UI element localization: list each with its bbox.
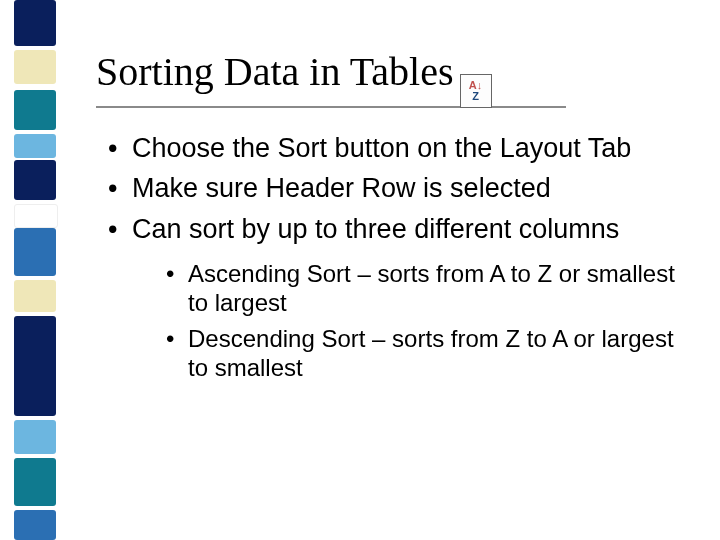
bullet-text: Can sort by up to three different column…: [132, 214, 619, 244]
left-decorative-bars: [14, 0, 56, 540]
bullet-list-level2: Ascending Sort – sorts from A to Z or sm…: [132, 259, 680, 382]
list-item: Make sure Header Row is selected: [104, 172, 680, 204]
bullet-text: Choose the Sort button on the Layout Tab: [132, 133, 631, 163]
deco-bar: [14, 90, 56, 130]
deco-bar: [14, 204, 58, 228]
list-item: Can sort by up to three different column…: [104, 213, 680, 382]
title-underline: [96, 106, 566, 108]
deco-bar: [14, 316, 56, 416]
sort-icon: A↓ Z: [460, 74, 492, 108]
deco-bar: [14, 160, 56, 200]
deco-bar: [14, 50, 56, 84]
deco-bar: [14, 420, 56, 454]
slide: Sorting Data in Tables A↓ Z Choose the S…: [0, 0, 720, 540]
deco-bar: [14, 0, 56, 46]
list-item: Choose the Sort button on the Layout Tab: [104, 132, 680, 164]
deco-bar: [14, 280, 56, 312]
deco-bar: [14, 134, 56, 158]
deco-bar: [14, 510, 56, 540]
deco-bar: [14, 458, 56, 506]
bullet-text: Ascending Sort – sorts from A to Z or sm…: [188, 260, 675, 316]
bullet-list-level1: Choose the Sort button on the Layout Tab…: [96, 132, 680, 382]
deco-bar: [14, 228, 56, 276]
list-item: Descending Sort – sorts from Z to A or l…: [164, 324, 680, 383]
list-item: Ascending Sort – sorts from A to Z or sm…: [164, 259, 680, 318]
title-line: Sorting Data in Tables A↓ Z: [96, 48, 680, 104]
bullet-text: Make sure Header Row is selected: [132, 173, 551, 203]
sort-icon-glyph-z: Z: [472, 91, 479, 102]
content-area: Sorting Data in Tables A↓ Z Choose the S…: [96, 48, 680, 390]
bullet-text: Descending Sort – sorts from Z to A or l…: [188, 325, 674, 381]
page-title: Sorting Data in Tables: [96, 48, 454, 95]
